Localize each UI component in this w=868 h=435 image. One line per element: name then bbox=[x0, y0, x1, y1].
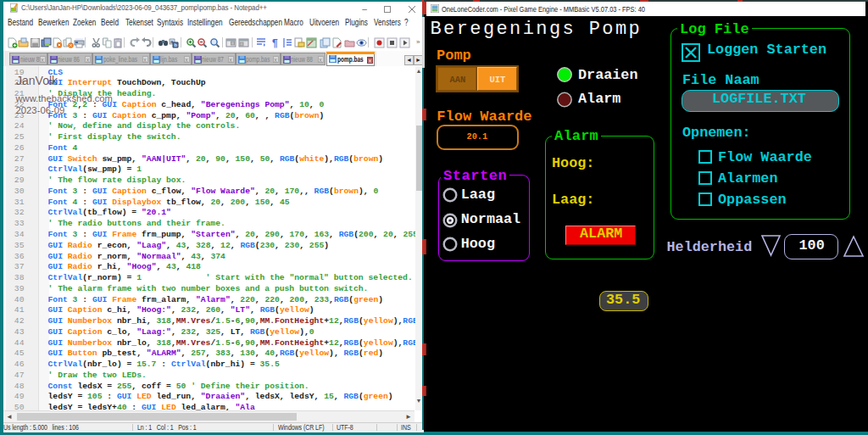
svg-text:¶: ¶ bbox=[272, 37, 278, 48]
